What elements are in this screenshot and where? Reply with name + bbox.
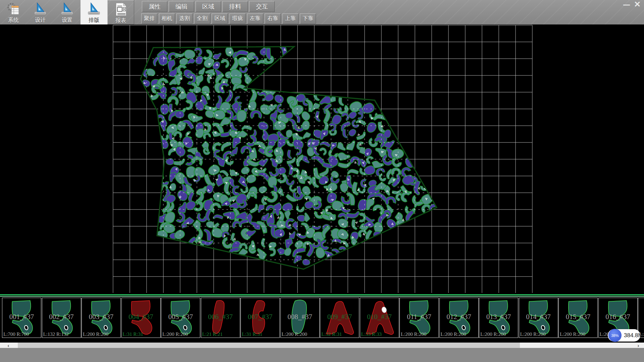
- part-thumbnail-10[interactable]: 010_#37 L:33 R:33: [360, 298, 399, 338]
- minimize-button[interactable]: —: [621, 1, 632, 8]
- part-shape: [45, 299, 78, 337]
- part-shape: [561, 299, 595, 337]
- memory-badge: 38% 384.8M: [608, 329, 640, 342]
- tool-button-9[interactable]: 上靠: [282, 13, 299, 24]
- app-button-label: 排版: [89, 17, 99, 24]
- part-thumbnail-2[interactable]: 002_#37 L:132 R:132: [42, 298, 81, 338]
- app-button-label: 系统: [8, 17, 19, 24]
- part-shape: [5, 299, 39, 337]
- tool-button-1[interactable]: 聚排: [141, 13, 157, 24]
- ruler-icon: [60, 2, 74, 16]
- part-shape: [323, 299, 357, 337]
- nesting-layout-svg: [0, 24, 644, 293]
- tool-button-6[interactable]: 瑕疵: [229, 13, 246, 24]
- menu-button-4[interactable]: 排料: [222, 1, 248, 12]
- status-bar: [0, 348, 644, 362]
- part-shape: [204, 299, 237, 337]
- app-button-label: 设计: [35, 17, 46, 24]
- part-thumbnail-4[interactable]: 004_#37 L:31 R:31: [121, 298, 161, 338]
- app-button-label: 报表: [115, 17, 126, 24]
- part-thumbnail-12[interactable]: 012_#37 L:200 R:200: [439, 298, 479, 338]
- tool-button-4[interactable]: 全割: [194, 13, 210, 24]
- part-shape: [124, 299, 158, 337]
- strip-separator-bright: [0, 294, 644, 295]
- part-thumbnail-5[interactable]: 005_#37 L:200 R:200: [161, 298, 200, 338]
- menu-button-1[interactable]: 属性: [142, 1, 167, 12]
- tool-button-7[interactable]: 左靠: [247, 13, 263, 24]
- window-controls: — ✕: [621, 0, 643, 9]
- progress-circle: 38%: [608, 329, 622, 342]
- main-toolbar: 系统 设计 设置 排版 报表 属性编辑区域排料交互: [0, 0, 644, 24]
- part-shape: [164, 299, 198, 337]
- part-thumbnail-8[interactable]: 008_#37 L:200 R:200: [280, 298, 320, 338]
- menu-button-3[interactable]: 区域: [196, 1, 221, 12]
- ruler-icon: [87, 2, 101, 16]
- menu-button-5[interactable]: 交互: [249, 1, 275, 12]
- part-shape: [402, 299, 436, 337]
- part-shape: [522, 299, 555, 337]
- part-thumbnail-7[interactable]: 007_#37 L:31 R:31: [240, 298, 280, 338]
- ruler-icon: [33, 2, 48, 16]
- part-thumbnail-13[interactable]: 013_#37 L:200 R:200: [479, 298, 518, 338]
- nesting-canvas[interactable]: [0, 24, 644, 293]
- scroll-right-button[interactable]: ›: [633, 343, 643, 348]
- memory-value: 384.8M: [624, 329, 643, 342]
- app-button-1[interactable]: 系统: [0, 0, 27, 24]
- tool-button-10[interactable]: 下靠: [300, 13, 316, 24]
- part-thumbnail-11[interactable]: 011_#37 L:200 R:200: [399, 298, 439, 338]
- tool-button-3[interactable]: 选割: [176, 13, 193, 24]
- part-thumbnail-6[interactable]: 006_#37 L:21 R:21: [201, 298, 240, 338]
- part-thumbnail-3[interactable]: 003_#37 L:200 R:200: [82, 298, 121, 338]
- part-shape: [244, 299, 277, 337]
- part-thumbnail-1[interactable]: 001_#37 L:700 R:700: [2, 298, 41, 338]
- tool-button-row: 聚排相机选割全割区域瑕疵左靠右靠上靠下靠: [141, 13, 318, 24]
- part-shape: [363, 299, 396, 337]
- part-thumbnail-list: 001_#37 L:700 R:700 002_#37 L:132 R:132 …: [2, 298, 644, 338]
- horizontal-scrollbar[interactable]: ‹ ›: [0, 343, 644, 348]
- part-thumbnail-14[interactable]: 014_#37 L:200 R:200: [519, 298, 558, 338]
- app-button-label: 设置: [62, 17, 72, 24]
- close-button[interactable]: ✕: [632, 0, 643, 9]
- app-button-3[interactable]: 设置: [54, 0, 80, 24]
- scrollbar-thumb[interactable]: [18, 343, 520, 348]
- part-shape: [283, 299, 317, 337]
- part-shape: [442, 299, 476, 337]
- app-button-4[interactable]: 排版: [80, 0, 107, 24]
- report-icon: [113, 2, 128, 17]
- tool-button-8[interactable]: 右靠: [265, 13, 281, 24]
- part-thumbnail-9[interactable]: 009_#37 L:32 R:31: [320, 298, 359, 338]
- tool-button-5[interactable]: 区域: [212, 13, 228, 24]
- part-shape: [85, 299, 118, 337]
- scroll-left-button[interactable]: ‹: [3, 343, 13, 348]
- part-thumbnail-15[interactable]: 015_#37 L:200 R:200: [558, 298, 598, 338]
- strip-separator-light: [0, 296, 644, 297]
- app-button-group: 系统 设计 设置 排版 报表: [0, 0, 134, 24]
- app-button-2[interactable]: 设计: [27, 0, 54, 24]
- part-shape: [482, 299, 516, 337]
- tool-button-2[interactable]: 相机: [159, 13, 175, 24]
- menu-button-2[interactable]: 编辑: [169, 1, 194, 12]
- menu-bar: 属性编辑区域排料交互: [142, 1, 276, 12]
- parts-strip: 001_#37 L:700 R:700 002_#37 L:132 R:132 …: [0, 293, 644, 343]
- gear-table-icon: [6, 2, 21, 16]
- app-button-5[interactable]: 报表: [107, 0, 134, 24]
